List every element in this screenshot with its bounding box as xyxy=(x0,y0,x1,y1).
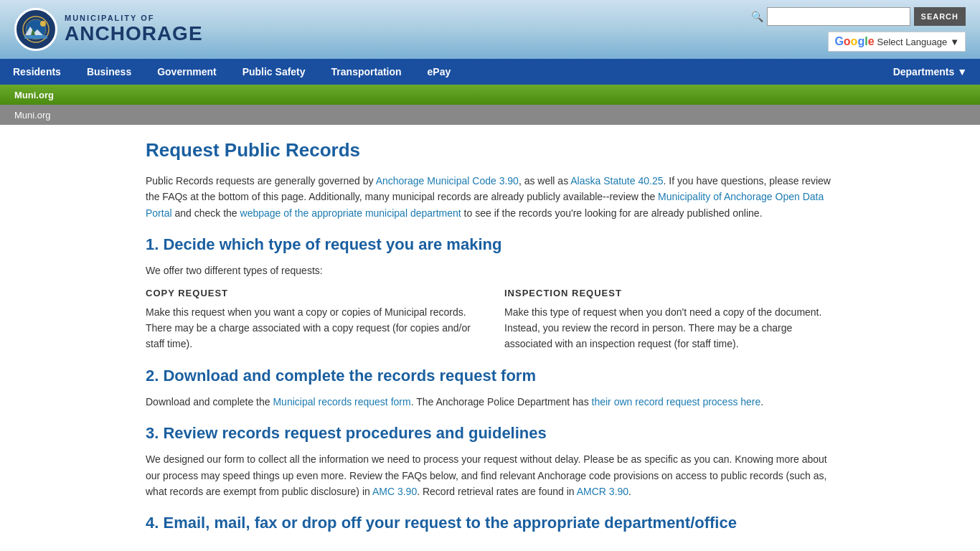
section2-block: 2. Download and complete the records req… xyxy=(146,367,834,410)
main-navigation: Residents Business Government Public Saf… xyxy=(0,59,980,85)
breadcrumb-home-link[interactable]: Muni.org xyxy=(14,110,51,121)
section2-text: Download and complete the Municipal reco… xyxy=(146,394,834,410)
svg-point-4 xyxy=(40,21,46,27)
nav-item-public-safety[interactable]: Public Safety xyxy=(230,59,319,85)
amcr390-link[interactable]: AMCR 3.90 xyxy=(577,486,628,497)
section1-intro: We offer two different types of requests… xyxy=(146,263,834,278)
logo-area: MUNICIPALITY OF ANCHORAGE xyxy=(14,8,203,51)
section4-block: 4. Email, mail, fax or drop off your req… xyxy=(146,514,834,532)
records-request-form-link[interactable]: Municipal records request form xyxy=(273,396,410,408)
nav-item-government[interactable]: Government xyxy=(144,59,229,85)
header-right: 🔍 SEARCH Google Select Language ▼ xyxy=(751,7,966,52)
search-area: 🔍 SEARCH xyxy=(751,7,966,26)
request-types-columns: COPY REQUEST Make this request when you … xyxy=(146,288,834,352)
copy-request-label: COPY REQUEST xyxy=(146,288,476,298)
section2-text-mid: . The Anchorage Police Department has xyxy=(411,396,592,408)
intro-text-mid3: and check the xyxy=(172,207,240,219)
inspection-request-label: INSPECTION REQUEST xyxy=(504,288,834,298)
search-input[interactable] xyxy=(767,7,910,26)
nav-item-business[interactable]: Business xyxy=(74,59,144,85)
intro-text-mid1: , as well as xyxy=(519,175,570,187)
city-seal xyxy=(14,8,57,51)
inspection-request-col: INSPECTION REQUEST Make this type of req… xyxy=(504,288,834,352)
section2-text-end: . xyxy=(760,396,763,408)
section3-block: 3. Review records request procedures and… xyxy=(146,424,834,499)
copy-request-text: Make this request when you want a copy o… xyxy=(146,304,476,352)
intro-text-pre: Public Records requests are generally go… xyxy=(146,175,376,187)
site-header: MUNICIPALITY OF ANCHORAGE 🔍 SEARCH Googl… xyxy=(0,0,980,59)
section2-text-pre: Download and complete the xyxy=(146,396,273,408)
translate-widget[interactable]: Google Select Language ▼ xyxy=(828,32,966,52)
main-content: Request Public Records Public Records re… xyxy=(60,125,920,551)
section3-text: We designed our form to collect all the … xyxy=(146,451,834,499)
nav-item-transportation[interactable]: Transportation xyxy=(319,59,415,85)
amc-link[interactable]: Anchorage Municipal Code 3.90 xyxy=(376,175,519,187)
section3-heading: 3. Review records request procedures and… xyxy=(146,424,834,443)
inspection-request-text: Make this type of request when you don't… xyxy=(504,304,834,352)
green-bar-home-link[interactable]: Muni.org xyxy=(14,90,54,100)
green-bar: Muni.org xyxy=(0,85,980,105)
alaska-statute-link[interactable]: Alaska Statute 40.25 xyxy=(570,175,663,187)
departments-menu-button[interactable]: Departments ▼ xyxy=(880,59,980,85)
amc390-link[interactable]: AMC 3.90 xyxy=(372,486,417,497)
page-title: Request Public Records xyxy=(146,139,834,161)
dept-webpage-link[interactable]: webpage of the appropriate municipal dep… xyxy=(240,207,461,219)
city-name: ANCHORAGE xyxy=(65,22,203,45)
apd-records-link[interactable]: their own record request process here xyxy=(592,396,761,408)
section3-text-end: . xyxy=(628,486,631,497)
nav-item-epay[interactable]: ePay xyxy=(415,59,464,85)
section3-text-mid: . Record retrieval rates are found in xyxy=(417,486,577,497)
nav-item-residents[interactable]: Residents xyxy=(0,59,74,85)
section1-block: 1. Decide which type of request you are … xyxy=(146,235,834,352)
google-g-icon: Google xyxy=(834,35,874,48)
breadcrumb-bar: Muni.org xyxy=(0,105,980,125)
copy-request-col: COPY REQUEST Make this request when you … xyxy=(146,288,476,352)
translate-label: Select Language xyxy=(877,37,948,47)
intro-text-end: to see if the records you're looking for… xyxy=(461,207,763,219)
municipality-label: MUNICIPALITY OF xyxy=(65,14,203,22)
intro-paragraph: Public Records requests are generally go… xyxy=(146,173,834,221)
svg-rect-3 xyxy=(24,35,47,39)
search-icon: 🔍 xyxy=(751,11,763,22)
translate-dropdown-arrow[interactable]: ▼ xyxy=(950,37,959,47)
search-button[interactable]: SEARCH xyxy=(914,7,966,26)
section2-heading: 2. Download and complete the records req… xyxy=(146,367,834,385)
section4-heading: 4. Email, mail, fax or drop off your req… xyxy=(146,514,834,532)
logo-text: MUNICIPALITY OF ANCHORAGE xyxy=(65,14,203,45)
section1-heading: 1. Decide which type of request you are … xyxy=(146,235,834,254)
